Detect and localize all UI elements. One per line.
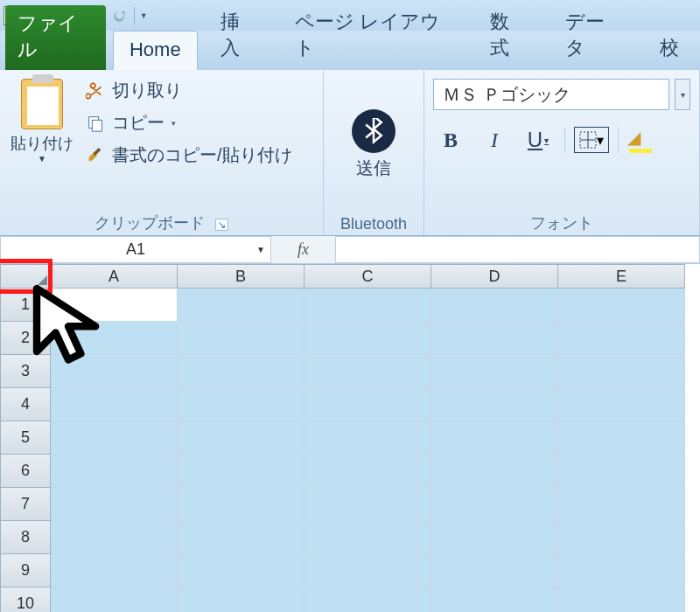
tab-file[interactable]: ファイル bbox=[5, 5, 106, 70]
cell[interactable] bbox=[51, 421, 178, 455]
row-header[interactable]: 8 bbox=[0, 521, 51, 554]
cell[interactable] bbox=[304, 455, 431, 488]
copy-dropdown-icon[interactable]: ▾ bbox=[172, 119, 176, 128]
cell[interactable] bbox=[51, 322, 178, 355]
row-header[interactable]: 4 bbox=[0, 388, 51, 421]
redo-icon[interactable] bbox=[109, 6, 129, 25]
cell[interactable] bbox=[51, 355, 178, 388]
row-header[interactable]: 5 bbox=[0, 421, 51, 455]
cell[interactable] bbox=[51, 455, 178, 488]
tab-review[interactable]: 校 bbox=[644, 28, 695, 70]
cell[interactable] bbox=[178, 455, 304, 488]
qat-customize-dropdown-icon[interactable]: ▼ bbox=[140, 11, 148, 20]
cell[interactable] bbox=[51, 289, 178, 322]
underline-button[interactable]: U▾ bbox=[521, 122, 556, 157]
underline-dropdown-icon[interactable]: ▾ bbox=[544, 136, 549, 145]
row-header[interactable]: 10 bbox=[0, 588, 51, 612]
cell[interactable] bbox=[431, 521, 558, 554]
cell[interactable] bbox=[304, 588, 431, 612]
select-all-button[interactable] bbox=[0, 264, 51, 289]
clipboard-launcher-icon[interactable]: ↘ bbox=[215, 219, 228, 231]
cell[interactable] bbox=[431, 488, 558, 521]
borders-dropdown-icon[interactable]: ▾ bbox=[597, 132, 604, 149]
tab-data[interactable]: データ bbox=[550, 2, 637, 70]
group-font: ＭＳ Ｐゴシック ▾ B I U▾ ▾ ◢ フォント bbox=[424, 70, 700, 235]
cell[interactable] bbox=[558, 355, 685, 388]
cell[interactable] bbox=[178, 388, 304, 421]
cell[interactable] bbox=[178, 488, 304, 521]
cell[interactable] bbox=[304, 554, 431, 588]
cell[interactable] bbox=[558, 421, 685, 455]
cell[interactable] bbox=[178, 554, 304, 588]
cell[interactable] bbox=[431, 421, 558, 455]
formula-bar-buttons: fx bbox=[271, 236, 335, 263]
row-header[interactable]: 9 bbox=[0, 554, 51, 588]
cell[interactable] bbox=[51, 488, 178, 521]
name-box-dropdown-icon[interactable]: ▼ bbox=[256, 245, 265, 254]
cell[interactable] bbox=[51, 588, 178, 612]
cell[interactable] bbox=[178, 289, 304, 322]
cell[interactable] bbox=[558, 455, 685, 488]
cell[interactable] bbox=[304, 488, 431, 521]
cut-button[interactable]: 切り取り bbox=[86, 79, 292, 102]
column-header[interactable]: B bbox=[178, 264, 304, 289]
font-name-dropdown-icon[interactable]: ▾ bbox=[675, 79, 690, 110]
cell[interactable] bbox=[431, 588, 558, 612]
cell[interactable] bbox=[304, 355, 431, 388]
cell[interactable] bbox=[178, 588, 304, 612]
cell[interactable] bbox=[558, 488, 685, 521]
row-header[interactable]: 2 bbox=[0, 322, 51, 355]
ribbon: 貼り付け ▼ 切り取り コピー ▾ 書式のコピー/貼り付け bbox=[0, 70, 700, 236]
fx-icon[interactable]: fx bbox=[298, 240, 309, 259]
fill-color-button[interactable]: ◢ bbox=[627, 127, 654, 153]
cell[interactable] bbox=[304, 521, 431, 554]
cell[interactable] bbox=[558, 388, 685, 421]
cell[interactable] bbox=[558, 289, 685, 322]
row-header[interactable]: 1 bbox=[0, 289, 51, 322]
bluetooth-send-button[interactable]: 送信 bbox=[352, 75, 396, 212]
cell[interactable] bbox=[431, 554, 558, 588]
borders-button[interactable]: ▾ bbox=[574, 127, 609, 153]
cell[interactable] bbox=[304, 322, 431, 355]
cell[interactable] bbox=[51, 388, 178, 421]
bold-button[interactable]: B bbox=[433, 122, 468, 157]
cell[interactable] bbox=[431, 289, 558, 322]
cell[interactable] bbox=[178, 322, 304, 355]
cell[interactable] bbox=[304, 421, 431, 455]
paste-button[interactable]: 貼り付け ▼ bbox=[7, 75, 77, 167]
cell[interactable] bbox=[431, 355, 558, 388]
tab-page-layout[interactable]: ページ レイアウト bbox=[279, 2, 467, 70]
row-header[interactable]: 3 bbox=[0, 355, 51, 388]
column-header[interactable]: C bbox=[304, 264, 431, 289]
row-header[interactable]: 6 bbox=[0, 455, 51, 488]
paste-icon bbox=[21, 79, 63, 129]
italic-button[interactable]: I bbox=[477, 122, 512, 157]
cell[interactable] bbox=[304, 289, 431, 322]
cell[interactable] bbox=[178, 521, 304, 554]
font-name-selector[interactable]: ＭＳ Ｐゴシック bbox=[433, 79, 669, 110]
cell[interactable] bbox=[431, 455, 558, 488]
formula-input[interactable] bbox=[335, 236, 700, 263]
column-header[interactable]: D bbox=[431, 264, 558, 289]
cell[interactable] bbox=[178, 355, 304, 388]
column-header[interactable]: E bbox=[558, 264, 685, 289]
tab-insert[interactable]: 挿入 bbox=[205, 2, 273, 70]
row-header[interactable]: 7 bbox=[0, 488, 51, 521]
cell[interactable] bbox=[558, 521, 685, 554]
cell[interactable] bbox=[51, 521, 178, 554]
copy-button[interactable]: コピー ▾ bbox=[86, 111, 292, 135]
tab-home[interactable]: Home bbox=[113, 31, 198, 70]
cell[interactable] bbox=[558, 554, 685, 588]
column-header[interactable]: A bbox=[51, 264, 178, 289]
cell[interactable] bbox=[558, 322, 685, 355]
paste-dropdown-icon[interactable]: ▼ bbox=[38, 154, 46, 163]
cell[interactable] bbox=[178, 421, 304, 455]
tab-formulas[interactable]: 数式 bbox=[474, 2, 542, 70]
cell[interactable] bbox=[51, 554, 178, 588]
format-painter-button[interactable]: 書式のコピー/貼り付け bbox=[86, 143, 292, 167]
cell[interactable] bbox=[431, 388, 558, 421]
name-box[interactable]: A1 ▼ bbox=[0, 236, 271, 263]
cell[interactable] bbox=[431, 322, 558, 355]
cell[interactable] bbox=[304, 388, 431, 421]
cell[interactable] bbox=[558, 588, 685, 612]
